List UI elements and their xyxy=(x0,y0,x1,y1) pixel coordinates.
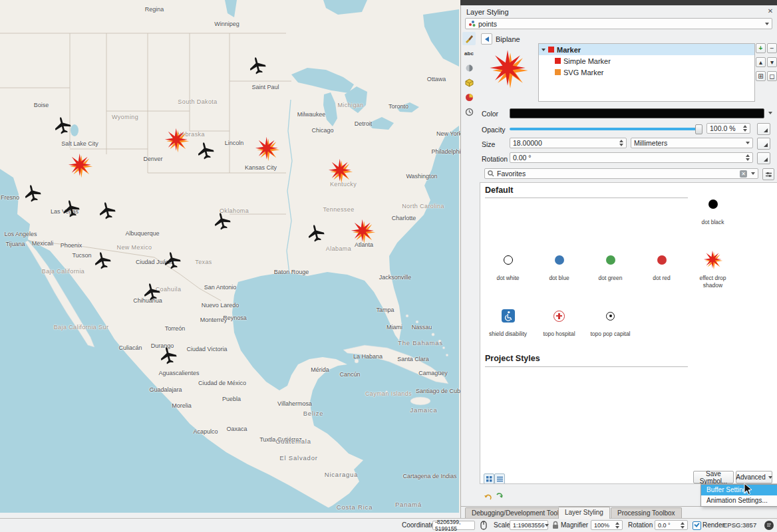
undo-button[interactable] xyxy=(483,492,493,502)
data-defined-override-button[interactable] xyxy=(757,138,770,150)
tab-processing-toolbox[interactable]: Processing Toolbox xyxy=(611,507,682,519)
clear-search-icon[interactable]: ✕ xyxy=(740,170,747,178)
color-button[interactable] xyxy=(510,108,764,118)
layer-selector[interactable]: points xyxy=(465,18,772,29)
spin-arrows[interactable] xyxy=(681,522,685,529)
move-down-button[interactable]: ▾ xyxy=(767,57,777,67)
style-symbol-item[interactable]: dot red xyxy=(636,247,687,303)
data-defined-override-button[interactable] xyxy=(757,152,770,164)
slider-track xyxy=(510,128,702,130)
symbol-shape xyxy=(708,200,718,209)
map-canvas[interactable]: ReginaWinnipegSaint PaulOttawaTorontoDet… xyxy=(0,0,460,513)
tab-layer-styling[interactable]: Layer Styling xyxy=(558,507,610,519)
style-manager-button[interactable] xyxy=(762,168,774,180)
drop-shadow-marker-icon xyxy=(164,128,190,153)
rotation-status-value: 0.0 ° xyxy=(658,522,671,529)
style-symbol-item[interactable]: topo hospital xyxy=(534,303,585,358)
render-checkbox[interactable] xyxy=(693,521,701,530)
coordinate-label: Coordinate xyxy=(402,521,434,529)
biplane-marker-icon xyxy=(160,249,184,273)
style-search-input[interactable]: Favorites ✕ xyxy=(484,168,758,179)
advanced-button[interactable]: Advanced xyxy=(736,471,772,483)
map-point-marker xyxy=(158,346,178,366)
cube-icon xyxy=(465,78,474,87)
messages-icon[interactable] xyxy=(764,520,774,531)
mouse-position-icon[interactable] xyxy=(479,521,488,530)
style-symbol-item[interactable]: dot white xyxy=(482,247,534,303)
spin-arrows[interactable] xyxy=(743,125,747,132)
map-point-marker xyxy=(328,158,353,184)
style-symbol-item[interactable]: dot green xyxy=(585,247,636,303)
status-bar: Coordinate -8206399, 5199155 Scale 1:190… xyxy=(0,518,777,532)
section-heading-project-styles: Project Styles xyxy=(485,354,540,363)
drop-shadow-marker-icon xyxy=(328,158,353,184)
map-point-marker xyxy=(196,141,216,161)
close-icon[interactable]: ✕ xyxy=(766,7,775,16)
save-symbol-button[interactable]: Save Symbol... xyxy=(693,471,734,483)
symbology-tab[interactable] xyxy=(462,32,476,45)
crs-indicator[interactable]: EPSG:3857 xyxy=(723,521,756,529)
l ock-icon[interactable] xyxy=(551,521,559,530)
opacity-spinbox[interactable]: 100.0 % xyxy=(706,123,750,134)
opacity-slider[interactable] xyxy=(510,124,702,133)
style-symbol-item[interactable]: shield disability xyxy=(482,303,534,358)
duplicate-layer-button[interactable]: ⊞ xyxy=(756,71,766,81)
diagrams-tab[interactable] xyxy=(462,90,476,104)
remove-symbol-layer-button[interactable]: − xyxy=(767,43,777,53)
masks-tab[interactable] xyxy=(462,61,476,74)
style-symbol-item[interactable]: dot black xyxy=(687,191,738,247)
expander-icon[interactable] xyxy=(542,49,545,51)
lock-colors-button[interactable]: ◻ xyxy=(767,71,777,81)
layer-selector-value: points xyxy=(478,20,497,28)
color-dropdown-arrow[interactable] xyxy=(765,108,772,117)
spin-arrows[interactable] xyxy=(746,154,750,161)
rotation-status-spinbox[interactable]: 0.0 ° xyxy=(655,520,688,530)
style-symbol-item[interactable]: effect drop shadow xyxy=(687,247,738,303)
scale-combo[interactable]: 1:19083556 xyxy=(510,520,548,530)
advanced-label: Advanced xyxy=(736,473,765,481)
symbol-shape xyxy=(606,255,615,265)
drop-shadow-marker-icon xyxy=(255,136,280,162)
magnifier-spinbox[interactable]: 100% xyxy=(591,520,623,530)
symbol-tree-row-simple-marker[interactable]: Simple Marker xyxy=(539,55,754,66)
history-tab[interactable] xyxy=(462,105,476,118)
biplane-marker-icon xyxy=(140,280,164,304)
map-point-marker xyxy=(68,153,93,178)
3d-view-tab[interactable] xyxy=(462,76,476,89)
size-unit-combo[interactable]: Millimeters xyxy=(631,138,753,148)
symbol-label: dot blue xyxy=(534,273,585,282)
symbol-label: topo pop capital xyxy=(585,329,636,338)
symbol-tree-row-svg-marker[interactable]: SVG Marker xyxy=(539,66,754,78)
dock-tab-bar: Debugging/Development Tools Layer Stylin… xyxy=(461,506,777,519)
coordinate-value-box[interactable]: -8206399, 5199155 xyxy=(432,521,475,530)
symbol-shape xyxy=(555,255,564,265)
rotation-label: Rotation xyxy=(482,155,508,163)
tab-debugging-development-tools[interactable]: Debugging/Development Tools xyxy=(465,507,569,519)
spin-arrows[interactable] xyxy=(615,522,619,529)
list-view-toggle[interactable] xyxy=(494,473,505,484)
symbol-label: effect drop shadow xyxy=(687,273,738,289)
style-symbol-item[interactable]: dot blue xyxy=(534,247,585,303)
map-point-marker xyxy=(255,136,280,162)
drop-shadow-marker-icon xyxy=(351,219,376,244)
apply-button[interactable] xyxy=(494,492,504,502)
menu-item-animation-settings[interactable]: Animation Settings... xyxy=(701,495,777,506)
symbol-tree-row-marker[interactable]: Marker xyxy=(539,44,754,55)
data-defined-override-button[interactable] xyxy=(757,123,770,135)
add-symbol-layer-button[interactable]: + xyxy=(756,43,766,53)
rotation-spinbox[interactable]: 0.00 ° xyxy=(510,152,753,163)
size-spinbox[interactable]: 18.00000 xyxy=(510,138,627,148)
labels-tab[interactable]: abc xyxy=(462,47,476,60)
menu-item-buffer-settings[interactable]: Buffer Settings xyxy=(701,485,777,495)
size-value: 18.00000 xyxy=(513,139,542,147)
spin-arrows[interactable] xyxy=(619,140,623,146)
symbol-tree-child-label: SVG Marker xyxy=(563,68,604,76)
biplane-marker-icon xyxy=(95,199,119,223)
icon-view-toggle[interactable] xyxy=(484,473,494,484)
biplane-marker-icon xyxy=(51,114,75,138)
collapse-symbol-button[interactable] xyxy=(481,33,492,45)
chevron-down-icon xyxy=(746,142,750,144)
move-up-button[interactable]: ▴ xyxy=(756,57,766,67)
style-symbol-item[interactable]: topo pop capital xyxy=(585,303,636,358)
slider-handle[interactable] xyxy=(695,124,702,134)
